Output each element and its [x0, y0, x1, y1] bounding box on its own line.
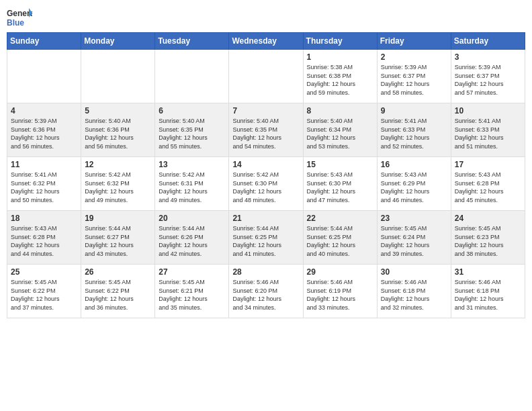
logo-svg: General Blue [7, 7, 32, 28]
calendar-table: SundayMondayTuesdayWednesdayThursdayFrid… [7, 32, 525, 318]
day-number: 7 [232, 106, 299, 116]
calendar-cell: 7Sunrise: 5:40 AM Sunset: 6:35 PM Daylig… [229, 103, 303, 157]
day-number: 14 [232, 160, 299, 169]
calendar-cell: 1Sunrise: 5:38 AM Sunset: 6:38 PM Daylig… [303, 50, 377, 103]
day-info: Sunrise: 5:43 AM Sunset: 6:30 PM Dayligh… [307, 171, 373, 204]
calendar-cell: 6Sunrise: 5:40 AM Sunset: 6:35 PM Daylig… [155, 103, 229, 157]
day-number: 4 [11, 106, 77, 116]
day-info: Sunrise: 5:40 AM Sunset: 6:35 PM Dayligh… [159, 117, 225, 150]
day-info: Sunrise: 5:43 AM Sunset: 6:28 PM Dayligh… [455, 171, 521, 204]
day-number: 31 [455, 267, 521, 277]
day-number: 17 [455, 160, 521, 169]
weekday-header: Monday [81, 33, 155, 50]
calendar-cell: 17Sunrise: 5:43 AM Sunset: 6:28 PM Dayli… [451, 157, 525, 211]
day-number: 12 [85, 160, 151, 169]
day-number: 24 [455, 214, 521, 223]
day-info: Sunrise: 5:43 AM Sunset: 6:29 PM Dayligh… [381, 171, 447, 204]
weekday-header: Saturday [451, 33, 525, 50]
page-header: General Blue [7, 7, 525, 28]
weekday-header-row: SundayMondayTuesdayWednesdayThursdayFrid… [7, 33, 525, 50]
day-info: Sunrise: 5:46 AM Sunset: 6:18 PM Dayligh… [455, 278, 521, 312]
day-info: Sunrise: 5:41 AM Sunset: 6:32 PM Dayligh… [11, 171, 77, 204]
day-info: Sunrise: 5:45 AM Sunset: 6:22 PM Dayligh… [11, 278, 77, 312]
day-number: 11 [11, 160, 77, 169]
day-info: Sunrise: 5:40 AM Sunset: 6:34 PM Dayligh… [307, 117, 373, 150]
day-info: Sunrise: 5:42 AM Sunset: 6:30 PM Dayligh… [232, 171, 299, 204]
day-number: 21 [232, 214, 299, 223]
weekday-header: Thursday [303, 33, 377, 50]
day-info: Sunrise: 5:43 AM Sunset: 6:28 PM Dayligh… [11, 224, 77, 258]
day-number: 26 [85, 267, 151, 277]
calendar-cell: 21Sunrise: 5:44 AM Sunset: 6:25 PM Dayli… [229, 211, 303, 265]
calendar-cell: 16Sunrise: 5:43 AM Sunset: 6:29 PM Dayli… [377, 157, 451, 211]
calendar-week-row: 18Sunrise: 5:43 AM Sunset: 6:28 PM Dayli… [7, 211, 525, 265]
day-number: 9 [381, 106, 447, 116]
calendar-cell [7, 50, 81, 103]
weekday-header: Sunday [7, 33, 81, 50]
day-info: Sunrise: 5:46 AM Sunset: 6:20 PM Dayligh… [232, 278, 299, 312]
weekday-header: Friday [377, 33, 451, 50]
calendar-cell: 29Sunrise: 5:46 AM Sunset: 6:19 PM Dayli… [303, 265, 377, 318]
calendar-cell: 3Sunrise: 5:39 AM Sunset: 6:37 PM Daylig… [451, 50, 525, 103]
calendar-cell: 9Sunrise: 5:41 AM Sunset: 6:33 PM Daylig… [377, 103, 451, 157]
day-number: 29 [307, 267, 373, 277]
calendar-week-row: 25Sunrise: 5:45 AM Sunset: 6:22 PM Dayli… [7, 265, 525, 318]
day-number: 23 [381, 214, 447, 223]
calendar-cell: 8Sunrise: 5:40 AM Sunset: 6:34 PM Daylig… [303, 103, 377, 157]
calendar-week-row: 11Sunrise: 5:41 AM Sunset: 6:32 PM Dayli… [7, 157, 525, 211]
weekday-header: Tuesday [155, 33, 229, 50]
day-number: 5 [85, 106, 151, 116]
day-number: 6 [159, 106, 225, 116]
calendar-cell: 10Sunrise: 5:41 AM Sunset: 6:33 PM Dayli… [451, 103, 525, 157]
day-number: 27 [159, 267, 225, 277]
day-info: Sunrise: 5:45 AM Sunset: 6:23 PM Dayligh… [455, 224, 521, 258]
day-info: Sunrise: 5:46 AM Sunset: 6:18 PM Dayligh… [381, 278, 447, 312]
day-number: 19 [85, 214, 151, 223]
day-number: 28 [232, 267, 299, 277]
calendar-cell: 31Sunrise: 5:46 AM Sunset: 6:18 PM Dayli… [451, 265, 525, 318]
day-info: Sunrise: 5:38 AM Sunset: 6:38 PM Dayligh… [307, 63, 373, 97]
day-number: 13 [159, 160, 225, 169]
day-info: Sunrise: 5:42 AM Sunset: 6:31 PM Dayligh… [159, 171, 225, 204]
calendar-cell: 25Sunrise: 5:45 AM Sunset: 6:22 PM Dayli… [7, 265, 81, 318]
day-info: Sunrise: 5:39 AM Sunset: 6:37 PM Dayligh… [455, 63, 521, 97]
day-info: Sunrise: 5:41 AM Sunset: 6:33 PM Dayligh… [455, 117, 521, 150]
day-info: Sunrise: 5:39 AM Sunset: 6:36 PM Dayligh… [11, 117, 77, 150]
day-info: Sunrise: 5:44 AM Sunset: 6:27 PM Dayligh… [85, 224, 151, 258]
day-info: Sunrise: 5:42 AM Sunset: 6:32 PM Dayligh… [85, 171, 151, 204]
calendar-cell [155, 50, 229, 103]
calendar-week-row: 1Sunrise: 5:38 AM Sunset: 6:38 PM Daylig… [7, 50, 525, 103]
day-number: 15 [307, 160, 373, 169]
calendar-cell: 26Sunrise: 5:45 AM Sunset: 6:22 PM Dayli… [81, 265, 155, 318]
calendar-cell: 12Sunrise: 5:42 AM Sunset: 6:32 PM Dayli… [81, 157, 155, 211]
calendar-cell: 19Sunrise: 5:44 AM Sunset: 6:27 PM Dayli… [81, 211, 155, 265]
calendar-cell: 5Sunrise: 5:40 AM Sunset: 6:36 PM Daylig… [81, 103, 155, 157]
calendar-cell: 18Sunrise: 5:43 AM Sunset: 6:28 PM Dayli… [7, 211, 81, 265]
calendar-cell: 28Sunrise: 5:46 AM Sunset: 6:20 PM Dayli… [229, 265, 303, 318]
calendar-cell: 20Sunrise: 5:44 AM Sunset: 6:26 PM Dayli… [155, 211, 229, 265]
day-number: 8 [307, 106, 373, 116]
day-number: 30 [381, 267, 447, 277]
weekday-header: Wednesday [229, 33, 303, 50]
logo: General Blue [7, 7, 32, 28]
day-info: Sunrise: 5:45 AM Sunset: 6:22 PM Dayligh… [85, 278, 151, 312]
calendar-cell: 30Sunrise: 5:46 AM Sunset: 6:18 PM Dayli… [377, 265, 451, 318]
calendar-cell: 23Sunrise: 5:45 AM Sunset: 6:24 PM Dayli… [377, 211, 451, 265]
day-info: Sunrise: 5:40 AM Sunset: 6:35 PM Dayligh… [232, 117, 299, 150]
day-info: Sunrise: 5:44 AM Sunset: 6:25 PM Dayligh… [232, 224, 299, 258]
calendar-cell: 4Sunrise: 5:39 AM Sunset: 6:36 PM Daylig… [7, 103, 81, 157]
svg-text:General: General [7, 9, 32, 18]
day-number: 25 [11, 267, 77, 277]
calendar-cell: 14Sunrise: 5:42 AM Sunset: 6:30 PM Dayli… [229, 157, 303, 211]
day-info: Sunrise: 5:40 AM Sunset: 6:36 PM Dayligh… [85, 117, 151, 150]
day-info: Sunrise: 5:41 AM Sunset: 6:33 PM Dayligh… [381, 117, 447, 150]
day-number: 10 [455, 106, 521, 116]
svg-text:Blue: Blue [7, 18, 24, 28]
day-number: 20 [159, 214, 225, 223]
calendar-cell: 13Sunrise: 5:42 AM Sunset: 6:31 PM Dayli… [155, 157, 229, 211]
day-info: Sunrise: 5:39 AM Sunset: 6:37 PM Dayligh… [381, 63, 447, 97]
day-number: 3 [455, 52, 521, 62]
day-info: Sunrise: 5:44 AM Sunset: 6:26 PM Dayligh… [159, 224, 225, 258]
calendar-cell: 24Sunrise: 5:45 AM Sunset: 6:23 PM Dayli… [451, 211, 525, 265]
day-info: Sunrise: 5:45 AM Sunset: 6:21 PM Dayligh… [159, 278, 225, 312]
